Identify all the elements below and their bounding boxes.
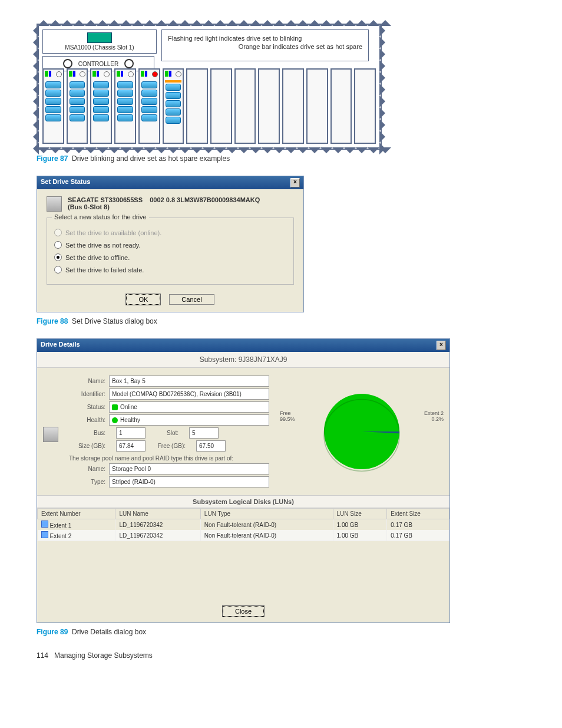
ok-button[interactable]: OK: [126, 294, 160, 305]
radio-icon[interactable]: [54, 241, 62, 249]
cancel-button[interactable]: Cancel: [169, 294, 214, 305]
pool-type-field: Striped (RAID-0): [109, 476, 269, 487]
disk-icon: [166, 117, 181, 124]
drive-bay-diagram: for(let i=0;i<30;i++)document.write('<di…: [37, 24, 382, 150]
extent-icon: [41, 531, 48, 538]
disk-icon: [117, 90, 133, 97]
disk-icon: [117, 114, 133, 121]
dialog-title: Set Drive Status: [41, 178, 90, 187]
disk-icon: [45, 106, 61, 113]
slot-field: 5: [189, 427, 219, 439]
chassis-label: MSA1000 (Chassis Slot 1): [42, 29, 157, 54]
disk-icon: [141, 106, 157, 113]
drive-led-icon: [104, 71, 110, 77]
drive-bay: [306, 68, 328, 144]
drive-icon: [43, 427, 58, 442]
disk-icon: [45, 90, 61, 97]
led-left-icon: [63, 59, 72, 68]
drive-bay: [163, 68, 184, 144]
bus-field: 1: [116, 427, 146, 439]
status-icon: [112, 404, 118, 410]
status-group: Select a new status for the drive Set th…: [47, 218, 294, 285]
drive-bay: [114, 68, 136, 144]
disk-icon: [141, 90, 157, 97]
pool-note: The storage pool name and pool RAID type…: [69, 455, 269, 462]
callout-hotspare: Orange bar indicates drive set as hot sp…: [168, 43, 362, 50]
disk-icon: [93, 90, 109, 97]
status-field: Online: [109, 401, 269, 413]
close-icon[interactable]: ×: [437, 341, 446, 350]
radio-failed[interactable]: Set the drive to failed state.: [54, 266, 286, 274]
disk-icon: [93, 114, 109, 121]
drive-led-icon: [128, 71, 134, 77]
disk-icon: [70, 81, 85, 88]
close-icon[interactable]: ×: [290, 178, 300, 187]
radio-available: Set the drive to available (online).: [54, 229, 286, 236]
radio-offline[interactable]: Set the drive to offline.: [54, 253, 286, 261]
health-icon: [112, 417, 118, 423]
luns-table: Extent Number LUN Name LUN Type LUN Size…: [37, 508, 449, 541]
col-lun-name[interactable]: LUN Name: [115, 509, 200, 519]
subsystem-label: Subsystem: 9J38JN71XAJ9: [37, 352, 449, 368]
drive-bay: [354, 68, 376, 144]
radio-icon[interactable]: [54, 253, 62, 261]
disk-icon: [45, 114, 61, 121]
health-field: Healthy: [109, 414, 269, 426]
disk-icon: [141, 81, 157, 88]
radio-icon[interactable]: [54, 266, 62, 274]
table-row[interactable]: Extent 2LD_1196720342Non Fault-tolerant …: [38, 530, 449, 541]
set-drive-status-dialog: Set Drive Status × SEAGATE ST3300655SS 0…: [37, 176, 304, 312]
group-label: Select a new status for the drive: [52, 213, 149, 220]
disk-icon: [117, 81, 133, 88]
dialog-titlebar: Drive Details ×: [37, 339, 449, 352]
col-extent-size[interactable]: Extent Size: [387, 509, 449, 519]
pie-chart: Free99.5% Extent 20.2%: [280, 374, 444, 489]
disk-icon: [70, 106, 85, 113]
disk-icon: [93, 106, 109, 113]
close-button[interactable]: Close: [223, 606, 264, 617]
disk-icon: [93, 98, 109, 105]
drive-bay: [330, 68, 352, 144]
led-right-icon: [124, 59, 134, 68]
col-extent[interactable]: Extent Number: [38, 509, 115, 519]
drive-bay: [210, 68, 232, 144]
dialog-title: Drive Details: [41, 341, 80, 350]
disk-icon: [166, 92, 181, 99]
drive-icon: [47, 196, 62, 212]
drive-bay: [258, 68, 280, 144]
table-row[interactable]: Extent 1LD_1196720342Non Fault-tolerant …: [38, 519, 449, 531]
extent-icon: [41, 521, 48, 528]
drive-led-icon: [176, 71, 181, 77]
callout-box: Flashing red light indicates drive set t…: [161, 29, 369, 61]
figure-caption: Figure 87 Drive blinking and drive set a…: [37, 154, 525, 163]
disk-icon: [141, 98, 157, 105]
hotspare-bar-icon: [165, 80, 182, 83]
disk-icon: [70, 90, 85, 97]
name-field: Box 1, Bay 5: [109, 375, 269, 387]
drive-led-icon: [80, 71, 85, 77]
disk-icon: [117, 98, 133, 105]
drive-bay: [90, 68, 112, 144]
dialog-titlebar: Set Drive Status ×: [37, 176, 303, 189]
figure-caption: Figure 88 Set Drive Status dialog box: [37, 317, 525, 325]
pie-extent-label: Extent 20.2%: [424, 410, 444, 422]
pool-name-field: Storage Pool 0: [109, 463, 269, 475]
col-lun-size[interactable]: LUN Size: [333, 509, 387, 519]
disk-icon: [141, 114, 157, 121]
disk-icon: [70, 114, 85, 121]
luns-section-header: Subsystem Logical Disks (LUNs): [37, 495, 449, 508]
size-field: 67.84: [116, 440, 146, 452]
drive-fields: Name:Box 1, Bay 5 Identifier:Model (COMP…: [69, 374, 269, 489]
identifier-field: Model (COMPAQ BD0726536C), Revision (3B0…: [109, 388, 269, 400]
page-footer: 114 Managing Storage Subsystems: [37, 651, 525, 660]
drive-bay: [282, 68, 304, 144]
drive-bay: [234, 68, 256, 144]
drive-led-icon: [152, 71, 158, 77]
drive-bay: [42, 68, 64, 144]
radio-notready[interactable]: Set the drive as not ready.: [54, 241, 286, 249]
disk-icon: [45, 81, 61, 88]
controller-label: CONTROLLER: [78, 61, 118, 67]
drive-details-dialog: Drive Details × Subsystem: 9J38JN71XAJ9 …: [37, 338, 450, 623]
disk-icon: [45, 98, 61, 105]
col-lun-type[interactable]: LUN Type: [200, 509, 333, 519]
